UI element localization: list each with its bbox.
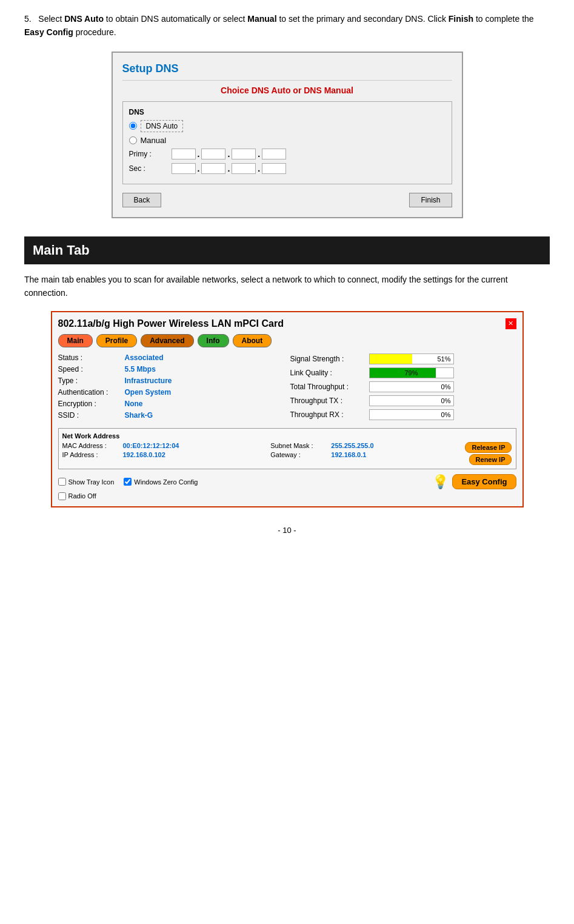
dns-group-label: DNS	[129, 108, 446, 116]
network-left: MAC Address : 00:E0:12:12:12:04 IP Addre…	[62, 442, 179, 460]
dns-primary-oct1[interactable]	[172, 149, 196, 159]
enc-row: Encryption : None	[58, 400, 284, 408]
easy-config-section: 💡 Easy Config	[432, 474, 516, 490]
radio-off-label: Radio Off	[68, 492, 96, 500]
link-label: Link Quality :	[290, 369, 369, 377]
signal-pct: 51%	[370, 355, 453, 363]
ip-row: IP Address : 192.168.0.102	[62, 451, 179, 458]
dns-auto-bold: DNS Auto	[64, 14, 104, 24]
dns-auto-radio[interactable]	[129, 122, 137, 130]
dns-primary-oct3[interactable]	[232, 149, 256, 159]
link-quality-row: Link Quality : 79%	[290, 367, 516, 378]
wzc-item: Windows Zero Config	[124, 478, 198, 486]
dns-title: Setup DNS	[122, 62, 452, 75]
link-bar: 79%	[369, 367, 454, 378]
tab-about[interactable]: About	[233, 334, 272, 347]
release-ip-button[interactable]: Release IP	[465, 442, 512, 453]
signal-strength-row: Signal Strength : 51%	[290, 353, 516, 364]
show-tray-checkbox[interactable]	[58, 478, 66, 486]
dns-back-button[interactable]: Back	[122, 193, 162, 207]
rx-value: 0%	[370, 411, 453, 418]
manual-bold: Manual	[247, 14, 276, 24]
step-text: 5. Select DNS Auto to obtain DNS automat…	[24, 12, 550, 39]
dns-screenshot: Setup DNS Choice DNS Auto or DNS Manual …	[112, 52, 463, 218]
dns-secondary-oct4[interactable]	[262, 163, 286, 174]
rx-label: Throughput RX :	[290, 410, 369, 419]
dns-secondary-oct2[interactable]	[201, 163, 225, 174]
link-pct: 79%	[370, 369, 453, 377]
tab-main[interactable]: Main	[58, 334, 93, 347]
type-row: Type : Infrastructure	[58, 377, 284, 385]
network-middle: Subnet Mask : 255.255.255.0 Gateway : 19…	[270, 442, 373, 460]
dns-manual-radio[interactable]	[129, 136, 137, 144]
status-row: Status : Associated	[58, 353, 284, 362]
bottom-bar: Show Tray Icon Windows Zero Config 💡 Eas…	[58, 474, 516, 490]
radio-off-checkbox[interactable]	[58, 492, 66, 500]
dns-primary-oct4[interactable]	[262, 149, 286, 159]
dns-manual-row: Manual	[129, 136, 446, 145]
ip-value: 192.168.0.102	[123, 451, 165, 458]
auth-value: Open System	[125, 388, 172, 397]
tab-advanced[interactable]: Advanced	[141, 334, 193, 347]
ssid-value: Shark-G	[125, 411, 153, 420]
network-details: MAC Address : 00:E0:12:12:12:04 IP Addre…	[62, 442, 512, 465]
mac-value: 00:E0:12:12:12:04	[123, 442, 179, 449]
step-number: 5.	[24, 14, 32, 24]
right-column: Signal Strength : 51% Link Quality : 79%…	[290, 353, 516, 423]
dns-subtitle: Choice DNS Auto or DNS Manual	[122, 85, 452, 95]
throughput-bar: 0%	[369, 381, 454, 392]
rx-row: Throughput RX : 0%	[290, 409, 516, 420]
tab-profile[interactable]: Profile	[96, 334, 137, 347]
tx-row: Throughput TX : 0%	[290, 395, 516, 406]
type-label: Type :	[58, 377, 125, 385]
signal-label: Signal Strength :	[290, 355, 369, 363]
tx-bar: 0%	[369, 395, 454, 406]
dns-buttons: Back Finish	[122, 193, 452, 207]
type-value: Infrastructure	[125, 377, 172, 385]
wzc-checkbox[interactable]	[124, 478, 132, 486]
dns-primary-label: Primy :	[129, 150, 172, 158]
status-value: Associated	[125, 353, 164, 362]
dns-secondary-row: Sec : . . .	[129, 163, 446, 174]
auth-row: Authentication : Open System	[58, 388, 284, 397]
dns-auto-label: DNS Auto	[141, 120, 184, 132]
main-tab-heading: Main Tab	[24, 236, 550, 264]
enc-label: Encryption :	[58, 400, 125, 408]
status-label: Status :	[58, 353, 125, 362]
dns-secondary-label: Sec :	[129, 164, 172, 173]
dns-primary-oct2[interactable]	[201, 149, 225, 159]
wireless-card-ui: 802.11a/b/g High Power Wireless LAN mPCI…	[51, 311, 524, 507]
gateway-value: 192.168.0.1	[331, 451, 366, 458]
main-content: Status : Associated Speed : 5.5 Mbps Typ…	[58, 353, 516, 423]
renew-ip-button[interactable]: Renew IP	[469, 454, 512, 465]
dns-primary-fields: . . .	[172, 149, 287, 159]
card-header: 802.11a/b/g High Power Wireless LAN mPCI…	[58, 318, 516, 329]
tx-label: Throughput TX :	[290, 397, 369, 405]
subnet-value: 255.255.255.0	[331, 442, 373, 449]
network-address-box: Net Work Address MAC Address : 00:E0:12:…	[58, 428, 516, 469]
auth-label: Authentication :	[58, 388, 125, 397]
speed-value: 5.5 Mbps	[125, 365, 156, 373]
speed-row: Speed : 5.5 Mbps	[58, 365, 284, 373]
close-button[interactable]: ✕	[506, 318, 516, 329]
tab-info[interactable]: Info	[198, 334, 229, 347]
dns-auto-row: DNS Auto	[129, 120, 446, 132]
dns-manual-label: Manual	[141, 136, 167, 145]
page-number: - 10 -	[24, 526, 550, 535]
tab-bar: Main Profile Advanced Info About	[58, 334, 516, 347]
rx-bar: 0%	[369, 409, 454, 420]
dns-finish-button[interactable]: Finish	[409, 193, 452, 207]
finish-bold: Finish	[449, 14, 473, 24]
radio-off-item: Radio Off	[58, 492, 516, 500]
main-tab-description: The main tab enables you to scan for ava…	[24, 273, 550, 300]
speed-label: Speed :	[58, 365, 125, 373]
easy-config-button[interactable]: Easy Config	[452, 474, 516, 489]
bulb-icon: 💡	[432, 474, 449, 490]
dns-secondary-oct1[interactable]	[172, 163, 196, 174]
network-box-title: Net Work Address	[62, 432, 512, 440]
ssid-row: SSID : Shark-G	[58, 411, 284, 420]
gateway-label: Gateway :	[270, 451, 331, 458]
dns-secondary-oct3[interactable]	[232, 163, 256, 174]
dns-group-box: DNS DNS Auto Manual Primy : . . . Sec :	[122, 101, 452, 184]
gateway-row: Gateway : 192.168.0.1	[270, 451, 373, 458]
